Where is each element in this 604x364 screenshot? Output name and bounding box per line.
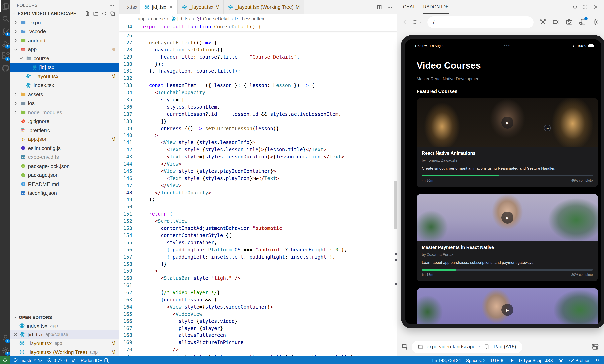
code-line-160[interactable]: 160 <StatusBar style="light" /> (119, 275, 397, 282)
tree-item-assets[interactable]: assets (10, 90, 119, 99)
folders-more-actions-icon[interactable] (109, 2, 115, 8)
tree-item-.expo[interactable]: .expo (10, 18, 119, 27)
code-line-169[interactable]: 169 allowsPictureInPicture (119, 340, 397, 347)
activity-item-extensions[interactable]: 1 (0, 49, 10, 62)
activity-item-run-debug[interactable]: 1 (0, 37, 10, 49)
code-line-163[interactable]: 163 {currentLesson && ( (119, 297, 397, 304)
course-card-React Native Animations[interactable]: ▶swmReact Native Animationsby Tomasz Zaw… (417, 98, 598, 187)
close-panel-icon[interactable] (593, 4, 598, 9)
reload-button[interactable] (412, 19, 423, 25)
editor-tab-_layout.tsx[interactable]: _layout.tsxM (178, 0, 224, 14)
code-area[interactable]: 94export default function CourseDetail()… (119, 23, 397, 356)
tree-item-app[interactable]: app (10, 45, 119, 54)
breadcrumb-item-CourseDetail[interactable]: CourseDetail (196, 16, 229, 21)
play-button[interactable]: ▶ (501, 304, 513, 316)
dev-tools-icon[interactable] (539, 18, 546, 25)
code-line-167[interactable]: 167 player={player} (119, 325, 397, 332)
code-line-139[interactable]: 139 onPress={() => setCurrentLesson(less… (119, 125, 397, 132)
open-editor-[id].tsx[interactable]: [id].tsxapp/course (10, 330, 119, 339)
open-editor-index.tsx[interactable]: index.tsxapp (10, 321, 119, 330)
editor-tab-x.tsx[interactable]: x.tsx (119, 0, 140, 14)
code-line-143[interactable]: 143 <Text style={styles.lessonDuration}>… (119, 154, 397, 161)
editor-scrollbar[interactable] (394, 181, 397, 230)
activity-item-search[interactable] (0, 12, 10, 25)
status-item-prettier[interactable]: Prettier (569, 358, 590, 363)
tree-item-.gitignore[interactable]: .gitignore (10, 117, 119, 126)
split-editor-icon[interactable] (377, 4, 382, 10)
code-line-146[interactable]: 146 <Text style={styles.playIcon}>▶</Tex… (119, 175, 397, 182)
tree-item-README.md[interactable]: iREADME.md (10, 180, 119, 189)
status-item-notifications[interactable] (595, 358, 600, 363)
tree-item-node_modules[interactable]: node_modules (10, 108, 119, 117)
code-line-128[interactable]: 128 navigation.setOptions({ (119, 47, 397, 54)
code-line-170[interactable]: 170 /> (119, 346, 397, 354)
tree-item-.vscode[interactable]: .vscode (10, 27, 119, 36)
code-line-153[interactable]: 153 contentInsetAdjustmentBehavior="auto… (119, 225, 397, 232)
code-line-126[interactable]: 126 (119, 32, 397, 39)
tree-item-eslint.config.js[interactable]: eslint.config.js (10, 144, 119, 153)
sticky-scroll-line[interactable]: 94export default function CourseDetail()… (119, 23, 397, 31)
code-line-94[interactable]: 94export default function CourseDetail()… (119, 23, 261, 31)
status-item-cursor-position[interactable]: Ln 148, Col 24 (432, 358, 461, 363)
activity-item-accounts[interactable]: 1 (0, 332, 10, 344)
code-line-161[interactable]: 161 (119, 282, 397, 289)
editor-tab-[id].tsx[interactable]: [id].tsx (140, 0, 178, 14)
status-item-radon-ide[interactable]: Radon IDE (81, 358, 109, 363)
open-editor-_layout.tsx (Working Tree)[interactable]: _layout.tsx (Working Tree)appM (10, 348, 119, 356)
status-item-indentation[interactable]: Spaces: 2 (466, 358, 486, 363)
code-line-168[interactable]: 168 allowsFullscreen (119, 332, 397, 340)
course-thumbnail[interactable]: ▶swm (417, 98, 598, 147)
activity-item-settings[interactable]: 1 (0, 344, 10, 356)
tree-item-ios[interactable]: ios (10, 99, 119, 108)
code-line-171[interactable]: 171 <Text style={styles.currentLessonTit… (119, 354, 397, 356)
status-item-problems[interactable]: 00 (47, 358, 67, 363)
close-small-icon[interactable] (13, 332, 18, 337)
code-line-147[interactable]: 147 </View> (119, 182, 397, 189)
route-url-bar[interactable]: / (428, 16, 534, 28)
code-line-150[interactable]: 150 (119, 204, 397, 211)
close-small-icon[interactable] (168, 4, 173, 10)
tree-item-.prettierrc[interactable]: .prettierrc (10, 126, 119, 135)
breadcrumb-item-[id].tsx[interactable]: [id].tsx (170, 16, 190, 21)
code-line-131[interactable]: 131 }, [navigation, course.title]); (119, 68, 397, 75)
code-line-130[interactable]: 130 }); (119, 61, 397, 68)
play-button[interactable]: ▶ (501, 212, 513, 223)
activity-item-explorer[interactable] (0, 0, 10, 12)
status-item-copilot[interactable] (558, 358, 564, 363)
open-editor-_layout.tsx[interactable]: _layout.tsxappM (10, 339, 119, 348)
tree-item-index.tsx[interactable]: index.tsx (10, 81, 119, 90)
course-card-Performance Optimization in React Native[interactable]: ▶Performance Optimization in React Nativ… (417, 288, 598, 325)
code-line-129[interactable]: 129 headerTitle: course?.title || "Cours… (119, 54, 397, 61)
code-line-141[interactable]: 141 <View style={styles.lessonInfo}> (119, 139, 397, 147)
code-line-136[interactable]: 136 styles.lessonItem, (119, 104, 397, 111)
breadcrumb-item-app[interactable]: app (138, 16, 145, 21)
tree-item-tsconfig.json[interactable]: TStsconfig.json (10, 189, 119, 198)
breadcrumb-item-LessonItem[interactable]: LessonItem (235, 16, 266, 21)
tree-item-android[interactable]: android (10, 36, 119, 45)
new-folder-icon[interactable] (93, 11, 99, 16)
tree-item-package.json[interactable]: JSpackage.json (10, 171, 119, 180)
code-line-158[interactable]: 158 ]} (119, 261, 397, 268)
device-settings-icon[interactable] (592, 18, 599, 25)
activity-item-source-control[interactable]: 2 (0, 25, 10, 37)
element-inspector-icon[interactable] (402, 343, 409, 351)
course-thumbnail[interactable]: ▶ (417, 194, 598, 241)
tree-item-course[interactable]: course (10, 54, 119, 63)
screenshot-icon[interactable] (566, 18, 573, 25)
code-line-165[interactable]: 165 <VideoView (119, 311, 397, 318)
code-line-156[interactable]: 156 { paddingTop: Platform.OS === "andro… (119, 246, 397, 254)
collapse-all-icon[interactable] (110, 11, 115, 16)
code-line-166[interactable]: 166 style={styles.video} (119, 318, 397, 325)
tab-radon-ide[interactable]: RADON IDE (423, 0, 449, 13)
tree-item-expo-env.d.ts[interactable]: TSexpo-env.d.ts (10, 153, 119, 162)
status-item-encoding[interactable]: UTF-8 (491, 358, 503, 363)
multitasking-dots[interactable]: ••• (443, 44, 571, 48)
course-card-Master Payments in React Native[interactable]: ▶Master Payments in React Nativeby Zuzan… (417, 194, 598, 281)
refresh-icon[interactable] (101, 11, 107, 16)
breadcrumb-item-course[interactable]: course (151, 16, 165, 21)
code-line-149[interactable]: 149 ); (119, 196, 397, 204)
project-device-selector[interactable]: expo-video-landscape › iPad (A16) (412, 341, 522, 353)
more-icon[interactable] (387, 4, 393, 10)
remote-indicator[interactable] (0, 356, 10, 364)
tree-item-package-lock.json[interactable]: JSpackage-lock.json (10, 162, 119, 171)
